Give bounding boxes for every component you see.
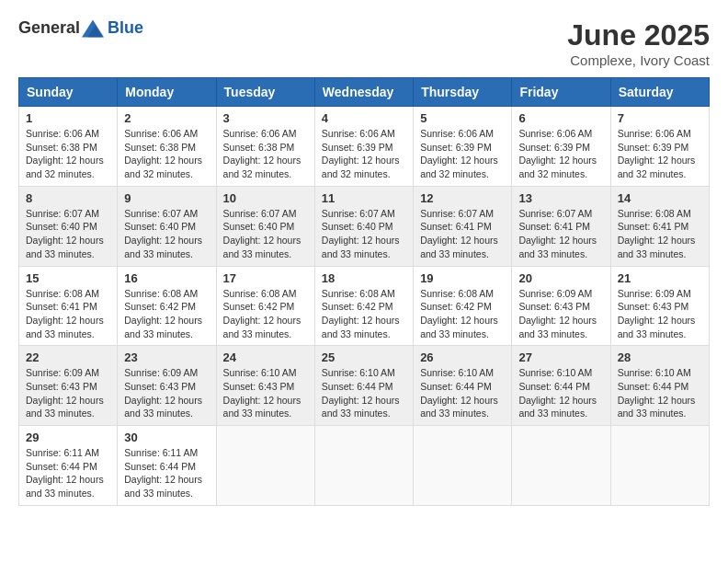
day-number: 16 <box>124 271 209 285</box>
day-info: Sunrise: 6:08 AMSunset: 6:42 PMDaylight:… <box>322 287 406 341</box>
day-info: Sunrise: 6:10 AMSunset: 6:43 PMDaylight:… <box>223 366 308 420</box>
day-info: Sunrise: 6:06 AMSunset: 6:39 PMDaylight:… <box>420 127 505 181</box>
day-info: Sunrise: 6:10 AMSunset: 6:44 PMDaylight:… <box>618 366 702 420</box>
column-header-thursday: Thursday <box>414 78 512 107</box>
day-info: Sunrise: 6:07 AMSunset: 6:41 PMDaylight:… <box>518 207 603 261</box>
calendar-cell: 25Sunrise: 6:10 AMSunset: 6:44 PMDayligh… <box>314 346 413 426</box>
calendar-cell: 29Sunrise: 6:11 AMSunset: 6:44 PMDayligh… <box>19 426 118 506</box>
calendar-week-2: 8Sunrise: 6:07 AMSunset: 6:40 PMDaylight… <box>19 186 710 266</box>
day-number: 17 <box>223 271 308 285</box>
calendar-cell: 23Sunrise: 6:09 AMSunset: 6:43 PMDayligh… <box>118 346 216 426</box>
calendar-cell: 27Sunrise: 6:10 AMSunset: 6:44 PMDayligh… <box>512 346 610 426</box>
day-info: Sunrise: 6:10 AMSunset: 6:44 PMDaylight:… <box>322 366 406 420</box>
logo-general: General <box>18 18 80 38</box>
day-info: Sunrise: 6:07 AMSunset: 6:41 PMDaylight:… <box>420 207 505 261</box>
day-number: 9 <box>124 191 209 205</box>
calendar-cell <box>414 426 512 506</box>
calendar-cell: 18Sunrise: 6:08 AMSunset: 6:42 PMDayligh… <box>314 266 413 346</box>
calendar-cell: 9Sunrise: 6:07 AMSunset: 6:40 PMDaylight… <box>118 186 216 266</box>
calendar-cell: 20Sunrise: 6:09 AMSunset: 6:43 PMDayligh… <box>512 266 610 346</box>
day-number: 6 <box>518 111 603 125</box>
calendar-cell: 12Sunrise: 6:07 AMSunset: 6:41 PMDayligh… <box>414 186 512 266</box>
day-number: 20 <box>518 271 603 285</box>
day-info: Sunrise: 6:06 AMSunset: 6:38 PMDaylight:… <box>26 127 110 181</box>
day-info: Sunrise: 6:06 AMSunset: 6:39 PMDaylight:… <box>618 127 702 181</box>
day-info: Sunrise: 6:10 AMSunset: 6:44 PMDaylight:… <box>518 366 603 420</box>
day-info: Sunrise: 6:07 AMSunset: 6:40 PMDaylight:… <box>124 207 209 261</box>
day-info: Sunrise: 6:09 AMSunset: 6:43 PMDaylight:… <box>124 366 209 420</box>
month-title: June 2025 <box>567 18 710 52</box>
day-info: Sunrise: 6:08 AMSunset: 6:41 PMDaylight:… <box>618 207 702 261</box>
calendar-cell <box>216 426 314 506</box>
day-info: Sunrise: 6:08 AMSunset: 6:42 PMDaylight:… <box>124 287 209 341</box>
calendar-cell <box>610 426 709 506</box>
page-header: General Blue June 2025 Complexe, Ivory C… <box>18 18 710 68</box>
day-info: Sunrise: 6:07 AMSunset: 6:40 PMDaylight:… <box>322 207 406 261</box>
day-number: 4 <box>322 111 406 125</box>
day-info: Sunrise: 6:06 AMSunset: 6:39 PMDaylight:… <box>322 127 406 181</box>
day-info: Sunrise: 6:08 AMSunset: 6:41 PMDaylight:… <box>26 287 110 341</box>
day-number: 8 <box>26 191 110 205</box>
calendar-header-row: SundayMondayTuesdayWednesdayThursdayFrid… <box>19 78 710 107</box>
calendar-week-3: 15Sunrise: 6:08 AMSunset: 6:41 PMDayligh… <box>19 266 710 346</box>
day-info: Sunrise: 6:07 AMSunset: 6:40 PMDaylight:… <box>223 207 308 261</box>
calendar-cell: 17Sunrise: 6:08 AMSunset: 6:42 PMDayligh… <box>216 266 314 346</box>
day-info: Sunrise: 6:07 AMSunset: 6:40 PMDaylight:… <box>26 207 110 261</box>
day-number: 5 <box>420 111 505 125</box>
day-number: 24 <box>223 350 308 364</box>
day-number: 14 <box>618 191 702 205</box>
calendar-week-1: 1Sunrise: 6:06 AMSunset: 6:38 PMDaylight… <box>19 107 710 187</box>
calendar-cell: 7Sunrise: 6:06 AMSunset: 6:39 PMDaylight… <box>610 107 709 187</box>
logo: General Blue <box>18 18 143 38</box>
calendar-cell: 11Sunrise: 6:07 AMSunset: 6:40 PMDayligh… <box>314 186 413 266</box>
calendar-cell: 22Sunrise: 6:09 AMSunset: 6:43 PMDayligh… <box>19 346 118 426</box>
calendar-cell: 10Sunrise: 6:07 AMSunset: 6:40 PMDayligh… <box>216 186 314 266</box>
logo-icon <box>82 19 104 38</box>
calendar-cell: 16Sunrise: 6:08 AMSunset: 6:42 PMDayligh… <box>118 266 216 346</box>
calendar-cell: 6Sunrise: 6:06 AMSunset: 6:39 PMDaylight… <box>512 107 610 187</box>
calendar-table: SundayMondayTuesdayWednesdayThursdayFrid… <box>18 77 710 506</box>
day-number: 23 <box>124 350 209 364</box>
calendar-cell: 14Sunrise: 6:08 AMSunset: 6:41 PMDayligh… <box>610 186 709 266</box>
calendar-cell: 19Sunrise: 6:08 AMSunset: 6:42 PMDayligh… <box>414 266 512 346</box>
calendar-cell: 28Sunrise: 6:10 AMSunset: 6:44 PMDayligh… <box>610 346 709 426</box>
calendar-cell <box>314 426 413 506</box>
calendar-cell: 8Sunrise: 6:07 AMSunset: 6:40 PMDaylight… <box>19 186 118 266</box>
column-header-sunday: Sunday <box>19 78 118 107</box>
day-info: Sunrise: 6:10 AMSunset: 6:44 PMDaylight:… <box>420 366 505 420</box>
day-info: Sunrise: 6:09 AMSunset: 6:43 PMDaylight:… <box>518 287 603 341</box>
day-number: 18 <box>322 271 406 285</box>
calendar-cell: 26Sunrise: 6:10 AMSunset: 6:44 PMDayligh… <box>414 346 512 426</box>
logo-blue: Blue <box>108 18 143 37</box>
day-number: 13 <box>518 191 603 205</box>
day-number: 28 <box>618 350 702 364</box>
calendar-cell: 13Sunrise: 6:07 AMSunset: 6:41 PMDayligh… <box>512 186 610 266</box>
calendar-cell: 5Sunrise: 6:06 AMSunset: 6:39 PMDaylight… <box>414 107 512 187</box>
calendar-cell <box>512 426 610 506</box>
day-info: Sunrise: 6:08 AMSunset: 6:42 PMDaylight:… <box>420 287 505 341</box>
day-number: 27 <box>518 350 603 364</box>
day-number: 29 <box>26 431 110 444</box>
day-number: 11 <box>322 191 406 205</box>
day-number: 21 <box>618 271 702 285</box>
column-header-tuesday: Tuesday <box>216 78 314 107</box>
day-info: Sunrise: 6:06 AMSunset: 6:38 PMDaylight:… <box>124 127 209 181</box>
day-number: 7 <box>618 111 702 125</box>
day-info: Sunrise: 6:11 AMSunset: 6:44 PMDaylight:… <box>26 446 110 500</box>
calendar-cell: 24Sunrise: 6:10 AMSunset: 6:43 PMDayligh… <box>216 346 314 426</box>
calendar-cell: 1Sunrise: 6:06 AMSunset: 6:38 PMDaylight… <box>19 107 118 187</box>
calendar-cell: 3Sunrise: 6:06 AMSunset: 6:38 PMDaylight… <box>216 107 314 187</box>
day-number: 19 <box>420 271 505 285</box>
column-header-monday: Monday <box>118 78 216 107</box>
calendar-week-5: 29Sunrise: 6:11 AMSunset: 6:44 PMDayligh… <box>19 426 710 506</box>
day-number: 1 <box>26 111 110 125</box>
day-number: 2 <box>124 111 209 125</box>
day-number: 15 <box>26 271 110 285</box>
day-info: Sunrise: 6:11 AMSunset: 6:44 PMDaylight:… <box>124 446 209 500</box>
day-number: 3 <box>223 111 308 125</box>
column-header-friday: Friday <box>512 78 610 107</box>
title-block: June 2025 Complexe, Ivory Coast <box>567 18 710 68</box>
day-number: 12 <box>420 191 505 205</box>
day-info: Sunrise: 6:08 AMSunset: 6:42 PMDaylight:… <box>223 287 308 341</box>
column-header-wednesday: Wednesday <box>314 78 413 107</box>
